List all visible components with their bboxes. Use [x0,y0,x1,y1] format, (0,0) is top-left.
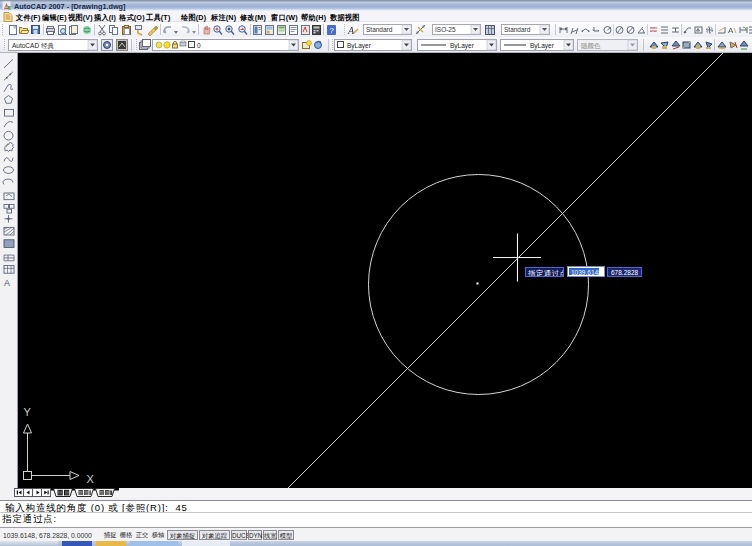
svg-text:Y: Y [24,406,32,418]
svg-text:ISO-25: ISO-25 [435,26,456,33]
svg-text:随颜色: 随颜色 [581,42,601,50]
svg-text:ByLayer: ByLayer [450,42,475,50]
svg-text:Standard: Standard [366,26,393,33]
svg-text:A: A [4,278,10,288]
svg-text:A: A [728,26,734,35]
svg-text:X: X [87,473,95,485]
svg-text:?: ? [329,26,334,35]
svg-text:A: A [347,25,355,36]
svg-text:ByLayer: ByLayer [347,42,372,50]
svg-text:0: 0 [197,42,201,49]
svg-text:AutoCAD 经典: AutoCAD 经典 [12,42,54,50]
svg-text:Standard: Standard [504,26,531,33]
svg-text:ByLayer: ByLayer [530,42,555,50]
